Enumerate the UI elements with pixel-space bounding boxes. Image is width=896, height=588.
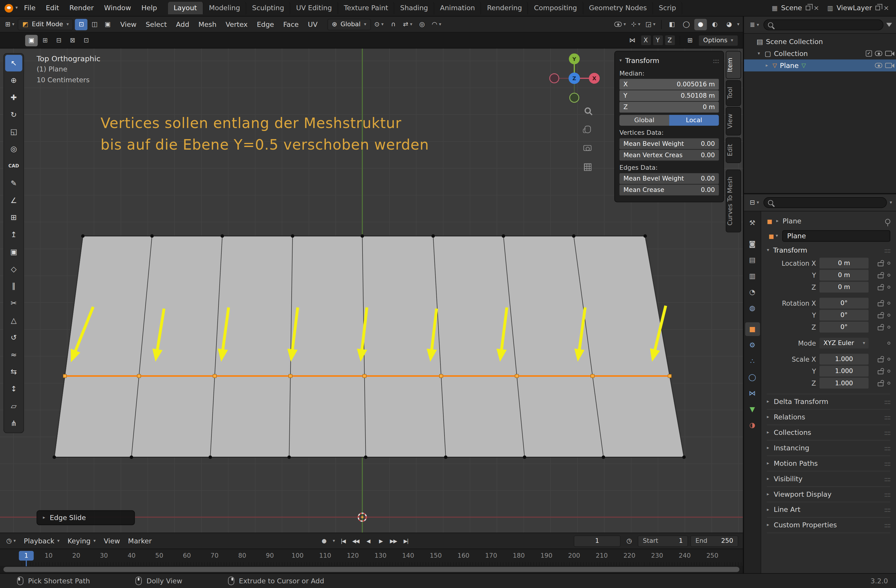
timeline-menu-keying[interactable]: Keying▾: [64, 535, 100, 547]
workspace-tab-texture-paint[interactable]: Texture Paint: [338, 2, 395, 14]
animate-property-dot[interactable]: [888, 262, 890, 265]
outliner-row-scene-collection[interactable]: ▤Scene Collection: [744, 35, 896, 47]
auto-keying-toggle[interactable]: ●: [318, 535, 331, 547]
tool-bevel[interactable]: ◇: [5, 260, 23, 277]
field-z-input[interactable]: 0°: [819, 322, 868, 332]
mean-crease-field[interactable]: Mean Crease0.00: [620, 184, 719, 195]
tool-poly-build[interactable]: △: [5, 312, 23, 329]
animate-property-dot[interactable]: [888, 326, 890, 329]
snap-toggle[interactable]: ∩: [387, 19, 399, 30]
viewport-menu-face[interactable]: Face: [279, 18, 303, 30]
field-z-input[interactable]: 0 m: [819, 282, 868, 292]
view-layer-selector[interactable]: ▥ ViewLayer ×: [827, 4, 889, 12]
disable-in-render-icon[interactable]: [885, 51, 892, 56]
tool-inset-faces[interactable]: ▣: [5, 244, 23, 260]
shading-solid-button[interactable]: ●: [694, 19, 707, 30]
tool-cad-sketcher[interactable]: CAD: [5, 158, 23, 174]
mirror-z-toggle[interactable]: Z: [664, 35, 675, 46]
lock-icon[interactable]: [878, 380, 884, 386]
tab-data[interactable]: ▼: [745, 402, 760, 416]
workspace-tab-rendering[interactable]: Rendering: [481, 2, 528, 14]
object-id-dropdown[interactable]: ■▾: [767, 230, 780, 242]
workspace-tab-sculpting[interactable]: Sculpting: [247, 2, 291, 14]
panel-collapse-icon[interactable]: ▾: [767, 248, 769, 253]
shading-rendered-button[interactable]: ◕: [723, 19, 735, 30]
tab-constraints[interactable]: ⋈: [745, 386, 760, 400]
menu-window[interactable]: Window: [99, 2, 136, 14]
mirror-y-toggle[interactable]: Y: [652, 35, 663, 46]
field-z-input[interactable]: 1.000: [819, 378, 868, 388]
use-preview-range-toggle[interactable]: ◷: [623, 535, 635, 547]
operator-panel[interactable]: ▸ Edge Slide: [37, 510, 135, 525]
playhead[interactable]: 1: [19, 551, 34, 561]
viewport-menu-add[interactable]: Add: [172, 18, 194, 30]
expand-caret-icon[interactable]: ▾: [756, 51, 762, 56]
tab-render[interactable]: ◙: [745, 237, 760, 251]
timeline-scrollbar[interactable]: [0, 566, 743, 573]
next-keyframe-button[interactable]: ▶▶: [388, 535, 399, 547]
lock-icon[interactable]: [878, 300, 884, 306]
toggle-perspective-button[interactable]: [581, 160, 594, 174]
object-name-field[interactable]: Plane: [783, 230, 890, 242]
workspace-tab-layout[interactable]: Layout: [168, 2, 203, 14]
field-scale-x-input[interactable]: 1.000: [819, 354, 868, 365]
field-y-input[interactable]: 0 m: [819, 270, 868, 280]
workspace-tab-compositing[interactable]: Compositing: [528, 2, 583, 14]
panel-relations[interactable]: ▸Relations::::: [767, 409, 890, 425]
properties-options-caret-icon[interactable]: ▾: [890, 200, 892, 205]
tool-knife[interactable]: ✂: [5, 295, 23, 311]
menu-help[interactable]: Help: [136, 2, 162, 14]
animate-property-dot[interactable]: [888, 358, 890, 361]
end-frame-field[interactable]: End 250: [690, 535, 739, 547]
pivot-point-dropdown[interactable]: ⊙▾: [372, 19, 385, 30]
tool-loop-cut[interactable]: ∥: [5, 278, 23, 294]
outliner-row-plane[interactable]: ▸▽Plane▽: [744, 59, 896, 72]
outliner-editor-type-button[interactable]: ≣▾: [748, 19, 761, 30]
tab-material[interactable]: ◑: [745, 418, 760, 432]
panel-line-art[interactable]: ▸Line Art::::: [767, 502, 890, 517]
tool-rip-region[interactable]: ⋔: [5, 415, 23, 431]
lock-icon[interactable]: [878, 284, 884, 290]
blender-logo[interactable]: [5, 4, 13, 12]
global-button[interactable]: Global: [620, 115, 669, 126]
expand-caret-icon[interactable]: ▸: [764, 63, 770, 68]
panel-collapse-icon[interactable]: ▾: [620, 58, 622, 63]
sidebar-tab-view[interactable]: View: [726, 107, 741, 136]
disable-in-render-icon[interactable]: [885, 63, 892, 68]
tab-particles[interactable]: ∴: [745, 354, 760, 368]
timeline-menu-playback[interactable]: Playback▾: [20, 535, 64, 547]
workspace-tab-geometry-nodes[interactable]: Geometry Nodes: [583, 2, 653, 14]
viewport-menu-vertex[interactable]: Vertex: [221, 18, 252, 30]
workspace-tab-uv-editing[interactable]: UV Editing: [291, 2, 338, 14]
new-view-layer-icon[interactable]: [875, 6, 880, 11]
start-frame-field[interactable]: Start 1: [638, 535, 688, 547]
workspace-tab-scrip[interactable]: Scrip: [653, 2, 682, 14]
new-scene-icon[interactable]: [806, 6, 810, 11]
vertex-select-mode-button[interactable]: ⊡: [75, 19, 88, 30]
animate-property-dot[interactable]: [888, 274, 890, 277]
outliner-search-input[interactable]: [776, 21, 879, 28]
median-z-field[interactable]: Z0 m: [620, 102, 719, 113]
properties-editor-type-button[interactable]: ⊟▾: [748, 197, 761, 208]
menu-render[interactable]: Render: [64, 2, 99, 14]
animate-property-dot[interactable]: [888, 314, 890, 317]
mode-dropdown[interactable]: ◩ Edit Mode ▾: [18, 19, 73, 30]
tab-output[interactable]: ▤: [745, 253, 760, 267]
show-overlays-dropdown[interactable]: ◲▾: [644, 19, 657, 30]
viewport-menu-mesh[interactable]: Mesh: [194, 18, 221, 30]
sidebar-tab-edit[interactable]: Edit: [726, 137, 741, 163]
xray-toggle[interactable]: ◧: [666, 19, 678, 30]
tab-object[interactable]: ■: [745, 322, 760, 336]
panel-drag-handle[interactable]: ::::: [884, 247, 890, 254]
tab-tool[interactable]: ⚒: [745, 216, 760, 230]
auto-keying-caret-icon[interactable]: ▾: [333, 539, 335, 543]
selectable-checkbox[interactable]: ✓: [866, 50, 872, 56]
editor-type-button[interactable]: ⊞▾: [3, 19, 16, 30]
workspace-tab-modeling[interactable]: Modeling: [203, 2, 247, 14]
animate-property-dot[interactable]: [888, 286, 890, 289]
blender-menu-caret-icon[interactable]: ▾: [15, 6, 18, 11]
tool-measure[interactable]: ∠: [5, 192, 23, 209]
3d-viewport[interactable]: ↖⊕✚↻◱◎CAD✎∠⊞↥▣◇∥✂△↺≈⇆↕▱⋔ Top Orthographi…: [0, 49, 743, 533]
proportional-editing-toggle[interactable]: ◎: [416, 19, 428, 30]
sidebar-tab-tool[interactable]: Tool: [726, 80, 741, 106]
